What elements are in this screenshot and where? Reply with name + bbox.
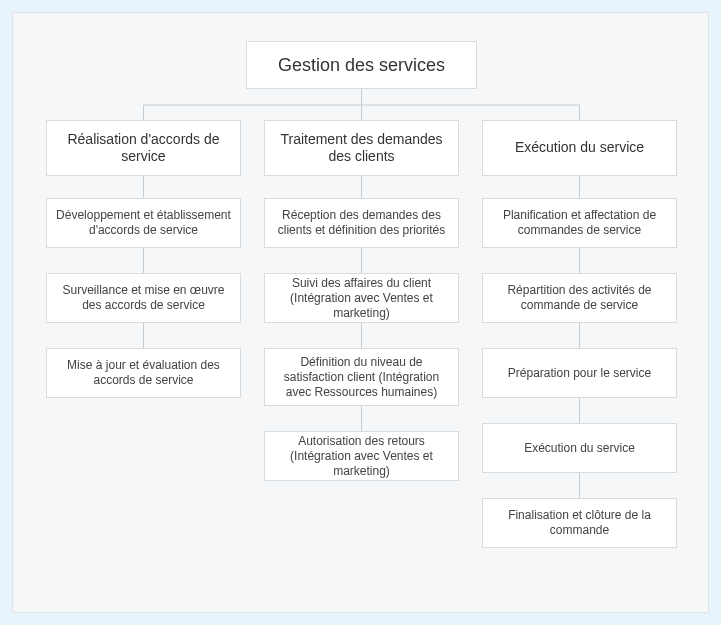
node-leaf: Finalisation et clôture de la commande: [482, 498, 677, 548]
node-label: Développement et établissement d'accords…: [55, 208, 232, 238]
node-leaf: Réception des demandes des clients et dé…: [264, 198, 459, 248]
node-branch-2: Traitement des demandes des clients: [264, 120, 459, 176]
node-leaf: Mise à jour et évaluation des accords de…: [46, 348, 241, 398]
node-leaf: Définition du niveau de satisfaction cli…: [264, 348, 459, 406]
node-leaf: Suivi des affaires du client (Intégratio…: [264, 273, 459, 323]
node-label: Exécution du service: [524, 441, 635, 456]
node-label: Autorisation des retours (Intégration av…: [273, 434, 450, 479]
node-leaf: Autorisation des retours (Intégration av…: [264, 431, 459, 481]
node-root: Gestion des services: [246, 41, 477, 89]
node-label: Mise à jour et évaluation des accords de…: [55, 358, 232, 388]
node-label: Traitement des demandes des clients: [273, 131, 450, 166]
node-leaf: Exécution du service: [482, 423, 677, 473]
node-branch-3: Exécution du service: [482, 120, 677, 176]
node-label: Surveillance et mise en œuvre des accord…: [55, 283, 232, 313]
node-label: Définition du niveau de satisfaction cli…: [273, 355, 450, 400]
node-leaf: Développement et établissement d'accords…: [46, 198, 241, 248]
node-label: Répartition des activités de commande de…: [491, 283, 668, 313]
node-label: Préparation pour le service: [508, 366, 651, 381]
node-label: Suivi des affaires du client (Intégratio…: [273, 276, 450, 321]
node-label: Gestion des services: [278, 54, 445, 77]
node-label: Finalisation et clôture de la commande: [491, 508, 668, 538]
node-label: Exécution du service: [515, 139, 644, 157]
node-label: Réception des demandes des clients et dé…: [273, 208, 450, 238]
node-leaf: Répartition des activités de commande de…: [482, 273, 677, 323]
node-branch-1: Réalisation d'accords de service: [46, 120, 241, 176]
diagram-canvas: Gestion des services Réalisation d'accor…: [12, 12, 709, 613]
node-label: Planification et affectation de commande…: [491, 208, 668, 238]
node-label: Réalisation d'accords de service: [55, 131, 232, 166]
node-leaf: Surveillance et mise en œuvre des accord…: [46, 273, 241, 323]
node-leaf: Planification et affectation de commande…: [482, 198, 677, 248]
node-leaf: Préparation pour le service: [482, 348, 677, 398]
